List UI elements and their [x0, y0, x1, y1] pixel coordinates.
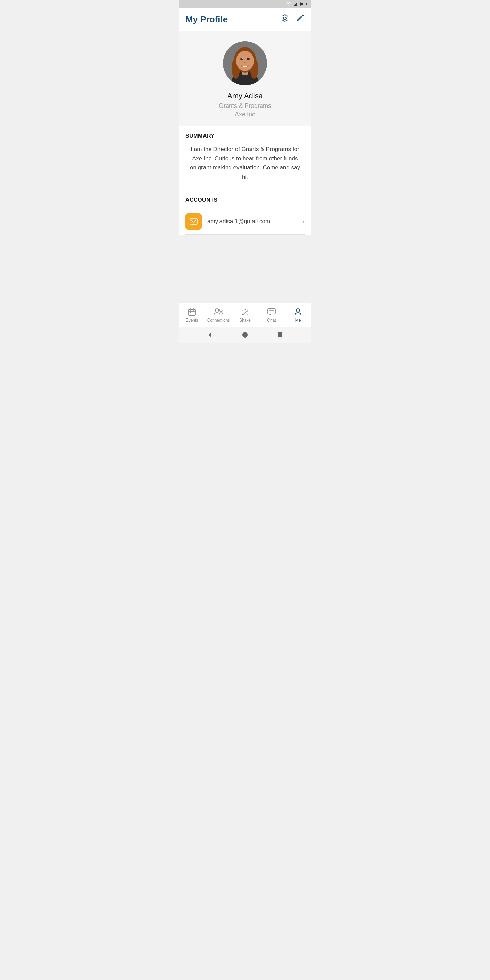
- svg-point-15: [247, 58, 250, 60]
- edit-icon[interactable]: [296, 14, 305, 25]
- nav-item-connections[interactable]: Connections: [205, 308, 232, 323]
- nav-label-connections: Connections: [207, 318, 230, 323]
- wifi-icon: [285, 2, 292, 6]
- account-email: amy.adisa.1@gmail.com: [207, 218, 302, 225]
- svg-rect-24: [190, 312, 191, 313]
- chevron-right-icon: ›: [302, 218, 305, 225]
- battery-status-icon: [301, 2, 307, 6]
- nav-label-chat: Chat: [267, 318, 275, 323]
- svg-point-18: [244, 62, 246, 63]
- svg-point-25: [215, 309, 219, 312]
- recent-button[interactable]: [276, 331, 284, 339]
- nav-item-chat[interactable]: Chat: [258, 308, 285, 323]
- content-area: SUMMARY I am the Director of Grants & Pr…: [179, 126, 311, 235]
- home-button[interactable]: [241, 331, 249, 339]
- svg-point-32: [296, 309, 300, 312]
- calendar-icon: [188, 308, 196, 317]
- email-account-item[interactable]: amy.adisa.1@gmail.com ›: [185, 208, 305, 235]
- svg-rect-2: [296, 3, 298, 6]
- page-title: My Profile: [185, 14, 228, 25]
- nav-label-shake: Shake: [239, 318, 251, 323]
- svg-point-14: [240, 58, 243, 60]
- avatar: [223, 41, 267, 86]
- svg-point-34: [242, 332, 248, 337]
- svg-point-17: [249, 58, 250, 59]
- svg-rect-29: [268, 309, 275, 314]
- nav-item-events[interactable]: Events: [179, 308, 205, 323]
- svg-point-13: [236, 51, 254, 71]
- people-icon: [213, 308, 224, 317]
- signal-icon: [294, 2, 298, 6]
- svg-rect-6: [301, 3, 302, 5]
- svg-rect-35: [278, 332, 282, 337]
- svg-rect-0: [294, 5, 295, 6]
- svg-point-27: [242, 310, 243, 311]
- chat-icon: [267, 308, 276, 317]
- empty-spacer: [179, 235, 311, 303]
- accounts-title: ACCOUNTS: [185, 197, 305, 203]
- svg-rect-5: [306, 3, 307, 5]
- svg-point-28: [247, 314, 248, 315]
- profile-section: Amy Adisa Grants & Programs Axe Inc: [179, 31, 311, 126]
- status-bar: [179, 0, 311, 8]
- svg-rect-1: [295, 4, 296, 6]
- summary-title: SUMMARY: [185, 133, 305, 139]
- back-button[interactable]: [206, 331, 214, 339]
- settings-icon[interactable]: [280, 14, 290, 25]
- nav-label-me: Me: [295, 318, 301, 323]
- svg-rect-20: [189, 309, 195, 315]
- svg-marker-33: [208, 332, 211, 337]
- summary-section: SUMMARY I am the Director of Grants & Pr…: [179, 126, 311, 190]
- email-icon: [189, 217, 198, 226]
- user-name: Amy Adisa: [227, 92, 263, 100]
- user-company: Axe Inc: [235, 111, 255, 118]
- svg-point-26: [220, 309, 222, 312]
- shake-icon: [240, 308, 250, 317]
- accounts-section: ACCOUNTS amy.adisa.1@gmail.com ›: [179, 190, 311, 235]
- bottom-nav: Events Connections Shake Chat: [179, 303, 311, 327]
- header: My Profile: [179, 8, 311, 31]
- svg-point-16: [242, 58, 243, 59]
- header-actions: [280, 14, 305, 25]
- nav-item-shake[interactable]: Shake: [232, 308, 258, 323]
- svg-rect-19: [190, 219, 197, 224]
- email-icon-box: [185, 213, 202, 230]
- system-nav: [179, 327, 311, 343]
- nav-label-events: Events: [186, 318, 198, 323]
- summary-text: I am the Director of Grants & Programs f…: [185, 145, 305, 190]
- person-icon: [294, 308, 302, 317]
- nav-item-me[interactable]: Me: [285, 308, 311, 323]
- user-role: Grants & Programs: [219, 102, 271, 110]
- svg-rect-3: [298, 2, 298, 6]
